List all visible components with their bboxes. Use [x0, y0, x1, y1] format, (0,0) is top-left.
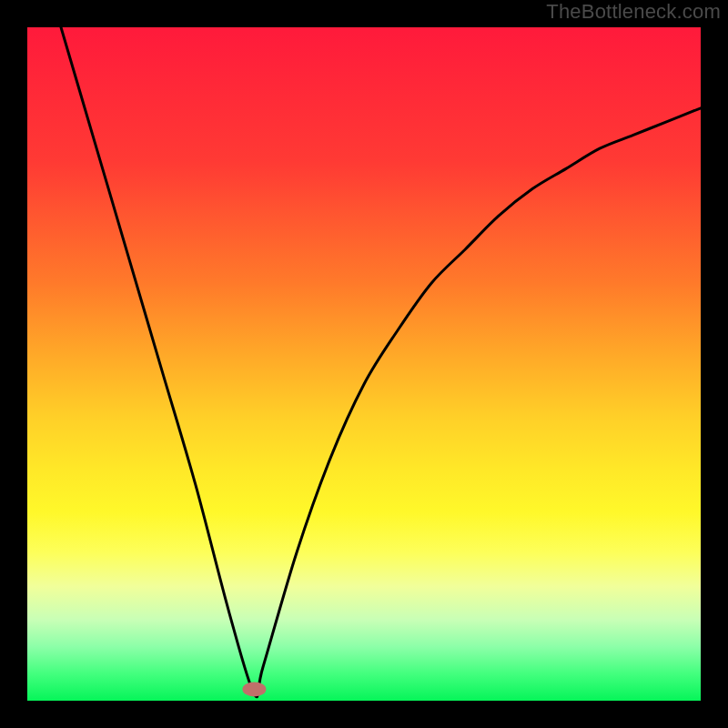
- curve-path: [61, 27, 701, 697]
- bottleneck-curve: [27, 27, 701, 701]
- watermark-text: TheBottleneck.com: [546, 0, 721, 24]
- optimum-marker: [242, 682, 266, 696]
- chart-frame: TheBottleneck.com: [0, 0, 728, 728]
- plot-area: [27, 27, 701, 701]
